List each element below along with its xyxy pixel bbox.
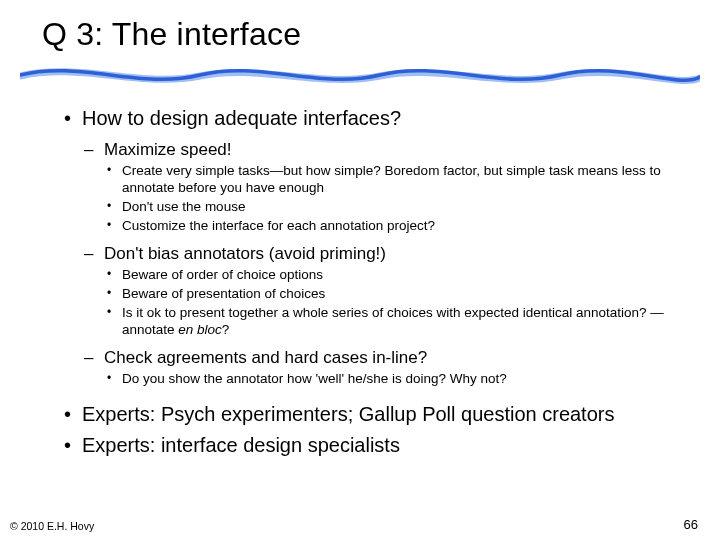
slide-title: Q 3: The interface — [42, 16, 301, 53]
bullet-l2: Check agreements and hard cases in-line?… — [82, 347, 670, 388]
footer-copyright: © 2010 E.H. Hovy — [10, 520, 94, 532]
bullet-text: ? — [222, 322, 230, 337]
bullet-text: Check agreements and hard cases in-line? — [104, 348, 427, 367]
bullet-l3: Customize the interface for each annotat… — [104, 218, 670, 235]
bullet-l3: Beware of presentation of choices — [104, 286, 670, 303]
slide: Q 3: The interface How to design adequat… — [0, 0, 720, 540]
bullet-l1: Experts: interface design specialists — [60, 433, 670, 458]
bullet-l1: How to design adequate interfaces? Maxim… — [60, 106, 670, 388]
bullet-l3: Do you show the annotator how 'well' he/… — [104, 371, 670, 388]
bullet-l3: Beware of order of choice options — [104, 267, 670, 284]
bullet-text: Experts: interface design specialists — [82, 434, 400, 456]
bullet-l3: Create very simple tasks—but how simple?… — [104, 163, 670, 197]
bullet-text: How to design adequate interfaces? — [82, 107, 401, 129]
bullet-text: Don't bias annotators (avoid priming!) — [104, 244, 386, 263]
bullet-l2: Maximize speed! Create very simple tasks… — [82, 139, 670, 235]
slide-number: 66 — [684, 517, 698, 532]
wave-divider — [20, 60, 700, 90]
bullet-l1: Experts: Psych experimenters; Gallup Pol… — [60, 402, 670, 427]
bullet-l2: Don't bias annotators (avoid priming!) B… — [82, 243, 670, 339]
bullet-l3: Don't use the mouse — [104, 199, 670, 216]
bullet-text-italic: en bloc — [178, 322, 222, 337]
bullet-text: Maximize speed! — [104, 140, 232, 159]
bullet-list: How to design adequate interfaces? Maxim… — [60, 106, 670, 458]
slide-body: How to design adequate interfaces? Maxim… — [60, 100, 670, 458]
bullet-text: Experts: Psych experimenters; Gallup Pol… — [82, 403, 614, 425]
bullet-l3: Is it ok to present together a whole ser… — [104, 305, 670, 339]
